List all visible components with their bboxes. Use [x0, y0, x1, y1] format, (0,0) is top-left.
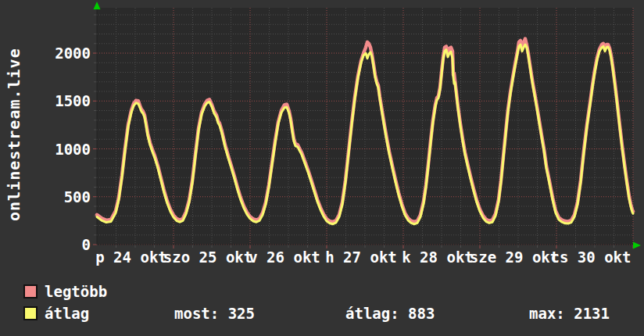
x-axis-label: szo 25 okt — [163, 249, 252, 265]
x-axis-label: p 24 okt — [95, 249, 167, 265]
legend-swatch-max-icon — [23, 284, 38, 298]
y-axis-label: 0 — [0, 236, 91, 253]
x-axis-arrow-icon — [633, 242, 641, 249]
legend-swatch-avg-icon — [23, 306, 38, 320]
y-axis-label: 1000 — [0, 141, 91, 158]
legend-label-avg: átlag — [45, 305, 89, 322]
x-axis-label: cs 30 okt — [551, 249, 631, 265]
y-axis-label: 500 — [0, 188, 91, 206]
x-axis-label: sze 29 okt — [470, 249, 559, 265]
x-axis-label: k 28 okt — [402, 249, 474, 265]
stat-atlag: átlag: 883 — [345, 305, 435, 322]
y-axis-label: 1500 — [0, 92, 91, 109]
stat-most: most: 325 — [174, 305, 255, 322]
y-axis-label: 2000 — [0, 45, 91, 62]
rrd-graph: onlinestream.live 0500100015002000 p 24 … — [0, 0, 644, 336]
x-axis-label: h 27 okt — [325, 249, 397, 265]
legend-label-max: legtöbb — [45, 283, 107, 300]
stat-max: max: 2131 — [529, 305, 610, 322]
y-axis-arrow-icon — [94, 2, 101, 9]
x-axis-label: v 26 okt — [249, 249, 320, 265]
